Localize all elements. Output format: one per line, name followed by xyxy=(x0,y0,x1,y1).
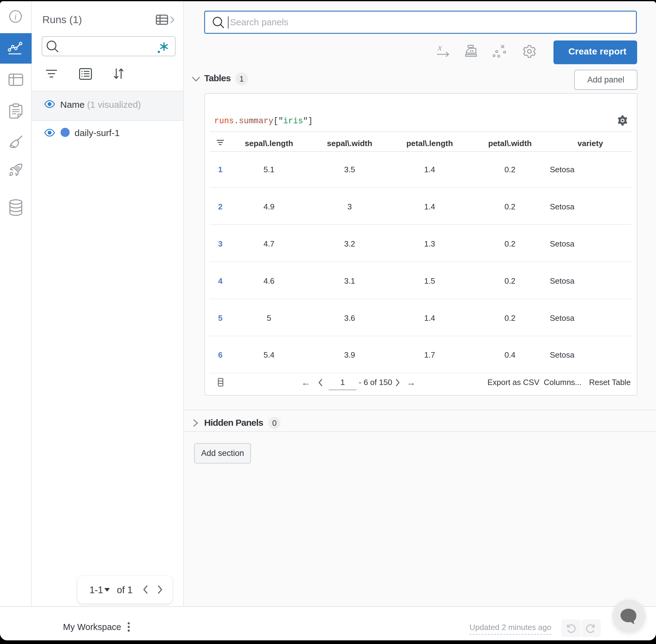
svg-text:i: i xyxy=(14,12,17,21)
svg-text:x: x xyxy=(438,43,442,52)
